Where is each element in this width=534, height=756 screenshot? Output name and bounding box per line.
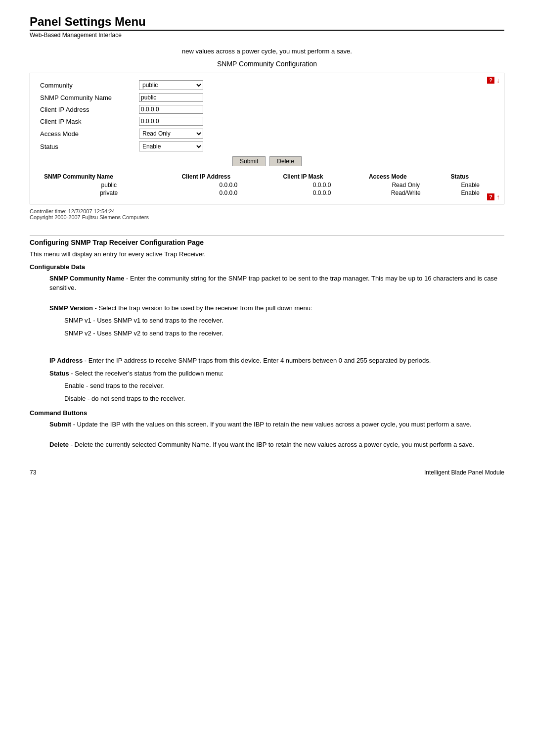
community-label: Community [40,82,139,89]
client-ip-mask-label: Client IP Mask [40,118,139,125]
row-status-public: Enable [447,181,494,189]
community-control: public private [139,80,203,90]
doc-field-community-name: SNMP Community Name - Enter the communit… [49,274,504,293]
col-header-name: SNMP Community Name [40,172,178,181]
access-mode-row: Access Mode Read Only Read/Write [40,129,494,139]
divider [30,235,504,236]
snmp-community-table: SNMP Community Name Client IP Address Cl… [40,172,494,197]
field-term-status: Status [49,370,69,377]
status-label: Status [40,143,139,150]
snmp-v2-item: SNMP v2 - Uses SNMP v2 to send traps to … [64,329,504,338]
doc-heading: Configuring SNMP Trap Receiver Configura… [30,238,504,246]
snmp-config-panel: ?↓ Community public private SNMP Communi… [30,73,504,204]
question-icon-bottom: ? [487,193,494,200]
page-number: 73 [30,469,36,476]
doc-field-snmp-version: SNMP Version - Select the trap version t… [49,303,504,313]
client-ip-address-input[interactable] [139,105,203,114]
table-row: public 0.0.0.0 0.0.0.0 Read Only Enable [40,181,494,189]
copyright: Copyright 2000-2007 Fujitsu Siemens Comp… [30,214,504,220]
product-name: Intelligent Blade Panel Module [424,469,504,476]
question-icon: ? [487,77,494,84]
row-ip-private: 0.0.0.0 [178,189,279,197]
access-mode-label: Access Mode [40,130,139,138]
doc-field-status: Status - Select the receiver's status fr… [49,369,504,378]
client-ip-mask-input[interactable] [139,117,203,126]
col-header-status: Status [447,172,494,181]
submit-button[interactable]: Submit [232,156,266,166]
field-term-community: SNMP Community Name [49,275,124,282]
page-footer: 73 Intelligent Blade Panel Module [30,469,504,476]
intro-text: new values across a power cycle, you mus… [30,47,504,55]
field-desc-status: - Select the receiver's status from the … [69,370,223,377]
command-desc-delete: - Delete the currently selected Communit… [69,441,474,448]
row-name-private: private [40,189,178,197]
configurable-data-heading: Configurable Data [30,263,504,271]
command-desc-submit: - Update the IBP with the values on this… [71,421,472,428]
snmp-v1-item: SNMP v1 - Uses SNMP v1 to send traps to … [64,316,504,326]
arrow-up-icon: ↑ [496,193,500,201]
doc-section: Configuring SNMP Trap Receiver Configura… [30,238,504,449]
doc-intro: This menu will display an entry for ever… [30,249,504,259]
field-term-ip: IP Address [49,357,83,364]
client-ip-mask-control [139,117,203,126]
status-enable-item: Enable - send traps to the receiver. [64,381,504,391]
status-select[interactable]: Enable Disable [139,142,203,151]
row-name-public: public [40,181,178,189]
row-mask-private: 0.0.0.0 [279,189,365,197]
command-term-delete: Delete [49,441,69,448]
page-subtitle: Web-Based Management Interface [30,32,504,39]
client-ip-address-row: Client IP Address [40,105,494,114]
community-row: Community public private [40,80,494,90]
status-row: Status Enable Disable [40,142,494,151]
form-buttons: Submit Delete [40,156,494,166]
access-mode-control: Read Only Read/Write [139,129,203,139]
client-ip-mask-row: Client IP Mask [40,117,494,126]
row-mode-public: Read Only [365,181,447,189]
row-mode-private: Read/Write [365,189,447,197]
delete-button[interactable]: Delete [269,156,302,166]
row-mask-public: 0.0.0.0 [279,181,365,189]
footer-info: Controller time: 12/7/2007 12:54:24 Copy… [30,208,504,220]
client-ip-address-label: Client IP Address [40,106,139,113]
field-desc-ip: - Enter the IP address to receive SNMP t… [83,357,431,364]
controller-time: Controller time: 12/7/2007 12:54:24 [30,208,504,214]
community-select[interactable]: public private [139,80,203,90]
col-header-mask: Client IP Mask [279,172,365,181]
doc-command-delete: Delete - Delete the currently selected C… [49,440,504,450]
snmp-community-name-label: SNMP Community Name [40,94,139,101]
command-buttons-heading: Command Buttons [30,409,504,417]
table-row: private 0.0.0.0 0.0.0.0 Read/Write Enabl… [40,189,494,197]
arrow-down-icon: ↓ [496,76,500,84]
doc-field-ip-address: IP Address - Enter the IP address to rec… [49,356,504,366]
status-control: Enable Disable [139,142,203,151]
row-ip-public: 0.0.0.0 [178,181,279,189]
section-title: SNMP Community Configuration [30,60,504,68]
col-header-ip: Client IP Address [178,172,279,181]
snmp-community-name-control [139,93,203,102]
client-ip-address-control [139,105,203,114]
field-desc-version: - Select the trap version to be used by … [93,304,312,312]
snmp-community-name-input[interactable] [139,93,203,102]
col-header-mode: Access Mode [365,172,447,181]
field-term-version: SNMP Version [49,304,93,312]
help-collapse-icon-bottom[interactable]: ?↑ [487,193,500,201]
page-title: Panel Settings Menu [30,15,504,31]
command-term-submit: Submit [49,421,71,428]
access-mode-select[interactable]: Read Only Read/Write [139,129,203,139]
status-disable-item: Disable - do not send traps to the recei… [64,394,504,404]
snmp-community-name-row: SNMP Community Name [40,93,494,102]
doc-command-submit: Submit - Update the IBP with the values … [49,420,504,429]
help-collapse-icon-top[interactable]: ?↓ [487,76,500,84]
